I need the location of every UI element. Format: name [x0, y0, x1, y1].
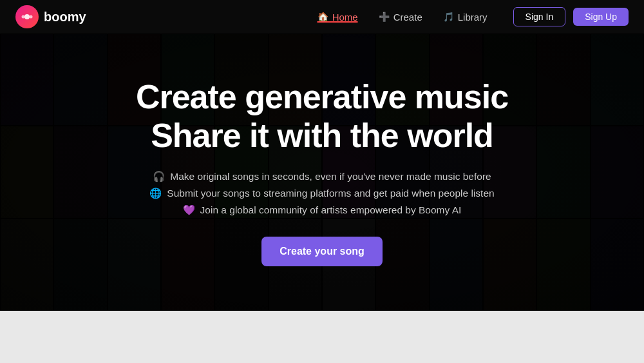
- feature3-text: Join a global community of artists empow…: [200, 204, 462, 216]
- create-song-button[interactable]: Create your song: [261, 237, 383, 266]
- nav-create-label: Create: [393, 12, 422, 23]
- feature3-icon: 💜: [183, 204, 195, 216]
- feature-line-2: 🌐 Submit your songs to streaming platfor…: [149, 188, 494, 199]
- hero-section: Create generative music Share it with th…: [0, 34, 644, 311]
- boomy-logo-icon: [15, 5, 39, 28]
- signup-button[interactable]: Sign Up: [573, 8, 629, 26]
- hero-features: 🎧 Make original songs in seconds, even i…: [149, 171, 494, 216]
- feature1-icon: 🎧: [153, 171, 165, 182]
- hero-title-line1: Create generative music: [136, 78, 508, 115]
- logo-area: boomy: [15, 5, 86, 28]
- nav-create-link[interactable]: ➕ Create: [379, 12, 422, 23]
- nav-links: 🏠 Home ➕ Create 🎵 Library: [317, 12, 488, 23]
- library-icon: 🎵: [443, 12, 454, 22]
- svg-point-2: [30, 15, 33, 19]
- brand-name: boomy: [44, 10, 86, 25]
- nav-actions: Sign In Sign Up: [513, 7, 629, 26]
- hero-content: Create generative music Share it with th…: [136, 78, 508, 266]
- nav-library-link[interactable]: 🎵 Library: [443, 12, 488, 23]
- create-icon: ➕: [379, 12, 390, 22]
- feature2-text: Submit your songs to streaming platforms…: [167, 188, 494, 199]
- feature-line-3: 💜 Join a global community of artists emp…: [149, 204, 494, 216]
- bottom-section: [0, 311, 644, 363]
- nav-library-label: Library: [458, 12, 488, 23]
- hero-title-line2: Share it with the world: [151, 117, 493, 154]
- svg-point-1: [22, 15, 25, 19]
- feature-line-1: 🎧 Make original songs in seconds, even i…: [149, 171, 494, 182]
- nav-home-underline: [317, 21, 358, 23]
- navbar: boomy 🏠 Home ➕ Create 🎵 Library Sign In …: [0, 0, 644, 34]
- signin-button[interactable]: Sign In: [513, 7, 566, 26]
- svg-point-0: [24, 14, 30, 19]
- nav-home-wrapper: 🏠 Home: [317, 12, 358, 23]
- feature1-text: Make original songs in seconds, even if …: [170, 171, 491, 182]
- feature2-icon: 🌐: [149, 188, 162, 199]
- hero-title: Create generative music Share it with th…: [136, 78, 508, 155]
